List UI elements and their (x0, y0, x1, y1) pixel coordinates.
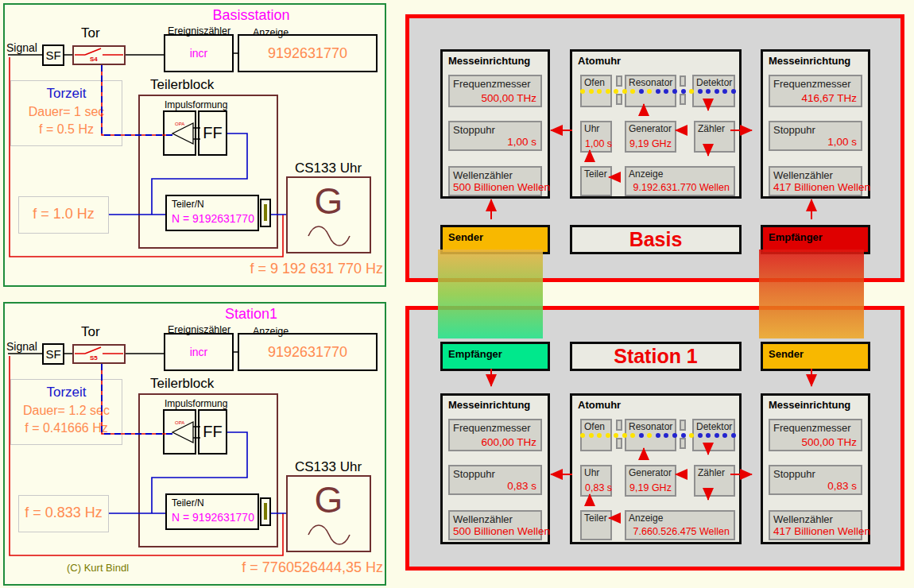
atom-dot-icon (731, 89, 736, 94)
atom-dot-icon (622, 433, 627, 438)
divider-box: Teiler/N N = 9192631770 (165, 195, 259, 231)
flipflop-box: FF (198, 409, 227, 455)
divider-box: Teiler (580, 510, 612, 540)
teilerblock-label: Teilerblock (150, 77, 214, 93)
tor-gate-box (72, 344, 126, 364)
wave-counter-row: Wellenzähler 500 Billionen Wellen (448, 510, 542, 540)
measurement-title: Messeinrichtung (448, 55, 530, 67)
atom-dot-icon (706, 89, 711, 94)
generator-box: Generator 9,19 GHz (625, 465, 676, 497)
input-frequency-box: f = 1.0 Hz (18, 196, 109, 234)
display-label: Anzeige (253, 27, 289, 38)
empfaenger-box: Empfänger (440, 342, 550, 371)
atom-dot-icon (630, 89, 635, 94)
sender-box: Sender (761, 342, 870, 371)
atom-dot-icon (715, 89, 719, 94)
output-frequency-label: f = 7760526444,35 Hz (180, 559, 383, 576)
atom-dot-icon (614, 89, 618, 94)
tor-label: Tor (81, 25, 100, 41)
pulse-shaping-box (163, 110, 196, 156)
cs133-clock-box: G (286, 475, 371, 552)
atom-dot-icon (647, 433, 652, 438)
atom-dot-icon (698, 433, 703, 438)
display-box: Anzeige 9.192.631.770 Wellen (625, 166, 735, 196)
atom-dot-icon (656, 89, 660, 94)
gate-frequency-value: f = 0.5 Hz (11, 122, 122, 137)
cs133-clock-box: G (286, 176, 371, 253)
atom-beam-dots (580, 89, 736, 94)
atom-dot-icon (706, 433, 711, 438)
pulse-shaping-label: Impulsformung (165, 99, 227, 110)
slit-icon (680, 75, 686, 87)
opamp-label: OPA (175, 420, 184, 425)
counter-box: Zähler (694, 465, 735, 497)
generator-letter: G (288, 180, 370, 222)
slit-icon (680, 420, 686, 431)
cs133-clock-label: CS133 Uhr (295, 459, 362, 475)
display-box: Anzeige 7.660.526.475 Wellen (625, 510, 735, 540)
switch-id-label: S5 (90, 354, 98, 362)
sf-box: SF (42, 343, 64, 365)
generator-box: Generator 9,19 GHz (625, 121, 676, 153)
measurement-box-right: Messeinrichtung Frequenzmesser 500,00 TH… (761, 393, 870, 544)
display-box: 9192631770 (238, 333, 378, 371)
signal-label: Signal (6, 41, 37, 54)
slit-icon (616, 438, 622, 449)
atom-beam-dots (580, 433, 736, 438)
atom-dot-icon (715, 433, 719, 438)
atom-dot-icon (689, 433, 694, 438)
atom-dot-icon (672, 433, 677, 438)
atom-dot-icon (681, 433, 686, 438)
pulse-shaping-label: Impulsformung (165, 398, 227, 409)
cs133-clock-label: CS133 Uhr (295, 161, 362, 176)
station-title: Station1 (124, 306, 378, 323)
atom-dot-icon (681, 89, 686, 94)
signal-gradient-left (438, 250, 543, 338)
connector-icon (260, 497, 271, 526)
gate-time-title: Torzeit (11, 385, 122, 400)
stopwatch-row: Stoppuhr 1,00 s (448, 121, 542, 151)
atom-dot-icon (664, 89, 668, 94)
atom-dot-icon (672, 89, 677, 94)
wave-counter-row: Wellenzähler 500 Billionen Wellen (448, 166, 542, 196)
counter-box: Zähler (694, 121, 735, 153)
station-name-box: Station 1 (570, 342, 742, 371)
atomic-clock-title: Atomuhr (578, 55, 621, 67)
sf-box: SF (42, 44, 64, 66)
slit-icon (616, 75, 622, 87)
display-label: Anzeige (253, 326, 289, 337)
stopwatch-row: Stoppuhr 0,83 s (769, 465, 862, 495)
frequency-meter-row: Frequenzmesser 500,00 THz (769, 419, 862, 451)
divider-value: N = 9192631770 (172, 212, 258, 225)
atom-dot-icon (597, 433, 602, 438)
clock-box: Uhr 1,00 s (580, 121, 612, 153)
gate-time-box: Torzeit Dauer= 1.2 sec f = 0.41666 Hz (10, 379, 122, 445)
station-title: Basisstation (124, 7, 378, 24)
page: Basisstation Signal SF Tor S4 Ereigniszä… (0, 0, 914, 588)
gate-duration-value: Dauer= 1.2 sec (11, 404, 122, 418)
atom-dot-icon (731, 433, 736, 438)
event-counter-label: Ereigniszähler (168, 324, 230, 335)
atom-dot-icon (622, 89, 627, 94)
atom-dot-icon (614, 433, 618, 438)
gate-time-title: Torzeit (11, 86, 122, 102)
measurement-box-right: Messeinrichtung Frequenzmesser 416,67 TH… (761, 49, 870, 199)
divider-box: Teiler (580, 166, 612, 196)
atom-dot-icon (630, 433, 635, 438)
measurement-title: Messeinrichtung (769, 55, 850, 67)
frequency-meter-row: Frequenzmesser 416,67 THz (769, 75, 862, 107)
atom-dot-icon (639, 433, 644, 438)
stopwatch-row: Stoppuhr 0,83 s (448, 465, 542, 495)
copyright-label: (C) Kurt Bindl (67, 562, 129, 574)
atom-dot-icon (656, 433, 660, 438)
measurement-box-left: Messeinrichtung Frequenzmesser 500,00 TH… (440, 49, 550, 199)
frequency-meter-row: Frequenzmesser 600,00 THz (448, 419, 542, 451)
measurement-box-left: Messeinrichtung Frequenzmesser 600,00 TH… (440, 393, 550, 544)
atom-dot-icon (722, 433, 727, 438)
slit-icon (616, 420, 622, 431)
pulse-shaping-box (163, 409, 196, 455)
tor-label: Tor (81, 324, 100, 340)
stopwatch-row: Stoppuhr 1,00 s (769, 121, 862, 151)
signal-label: Signal (6, 340, 37, 353)
display-box: 9192631770 (238, 34, 378, 72)
